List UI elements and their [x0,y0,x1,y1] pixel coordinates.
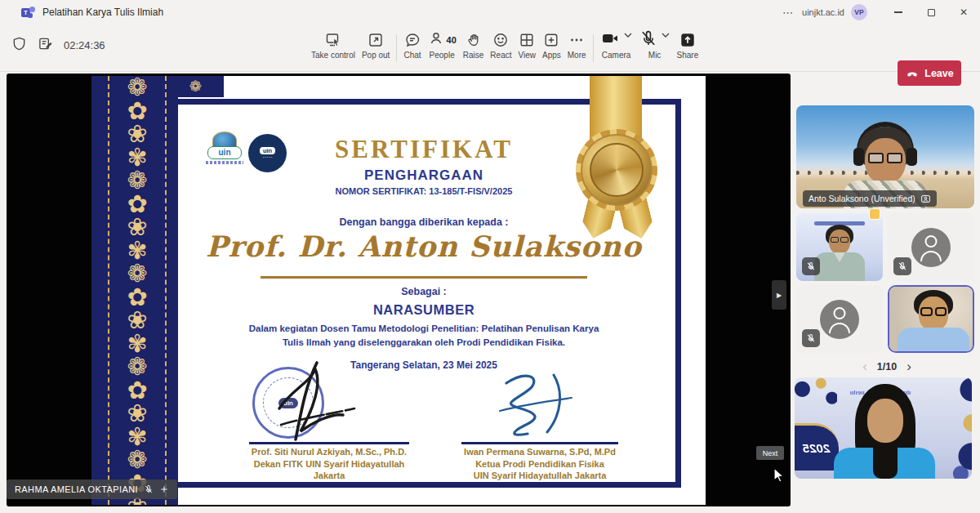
batik-ornament-column: ❁✿❀✾❁✿❀✾❁✿❀✾❁✿❀✾❁✿❀✾❁✿❀✾ [108,76,167,505]
participant-pagination: ‹ 1/10 › [846,358,928,376]
avatar-placeholder-icon [911,228,951,267]
certificate-slide: ❁✿❀✾❁✿❀✾❁✿❀✾❁✿❀✾❁✿❀✾❁✿❀✾ ❁ uin uin • • •… [91,76,706,505]
close-button[interactable]: ✕ [947,0,980,25]
raised-hand-badge [869,208,880,220]
certificate-description-line2: Tulis Ilmah yang diselenggarakan oleh Pr… [172,337,675,347]
participant-video-2[interactable] [796,213,883,281]
take-control-button[interactable]: Take control [311,29,355,60]
maximize-button[interactable] [915,0,947,25]
next-tooltip: Next [756,446,784,460]
pagination-label: 1/10 [877,361,897,372]
share-icon [679,31,697,49]
chat-icon [404,31,421,49]
apps-button[interactable]: Apps [542,29,561,60]
meeting-toolbar: 02:24:36 Take control Pop out Chat 40 Pe… [0,25,980,72]
share-button[interactable]: Share [677,29,699,60]
right-signatory: Iwan Permana Suwarna, S.Pd, M.Pd Ketua P… [438,446,642,482]
meeting-notes-icon[interactable] [38,36,53,55]
account-domain: uinjkt.ac.id [802,7,844,17]
signature-line-left [249,442,409,444]
chat-button[interactable]: Chat [403,29,421,60]
participant-avatar-4[interactable] [796,285,883,353]
right-signature [475,364,598,444]
participant-avatar-3[interactable] [888,213,974,281]
people-count-badge: 40 [447,35,457,45]
pop-out-icon [368,31,384,49]
maximize-icon [928,9,935,16]
signature-line-right [461,442,618,444]
gold-medal-icon [581,134,653,206]
participant-name-chip: Anto Sulaksono (Unverified) [803,190,937,207]
toolbar-divider [396,34,397,62]
certificate-description-line1: Dalam kegiatan Dosen Tamu Metodologi Pen… [172,323,675,333]
shield-icon [11,36,27,55]
spotlight-icon [920,194,931,204]
people-button[interactable]: 40 People [428,29,457,60]
mic-chevron-icon[interactable] [661,27,670,42]
camera-chevron-icon[interactable] [623,27,633,42]
as-label: Sebagai : [172,286,675,297]
left-signatory: Prof. Siti Nurul Azkiyah, M.Sc., Ph.D. D… [227,446,431,482]
user-avatar[interactable]: VP [851,4,867,20]
camera-icon [600,29,620,51]
react-button[interactable]: React [490,29,511,60]
pop-out-button[interactable]: Pop out [362,29,390,60]
view-button[interactable]: View [518,29,536,60]
meeting-title: Pelatihan Karya Tulis Ilmiah [42,7,163,18]
participant-video-active-speaker[interactable] [888,285,974,353]
self-video-tile[interactable]: ılım ılıığ ıνılıııλ ııeılıı 2025 [795,377,972,479]
glasses [831,237,849,243]
left-signature [263,358,369,446]
apps-icon [543,31,559,49]
recipient-role: NARASUMBER [172,302,675,318]
titlebar-more-menu[interactable]: ⋯ [774,7,802,19]
react-icon [492,31,509,49]
certificate-date: Tangerang Selatan, 23 Mei 2025 [172,359,675,371]
minimize-button[interactable] [882,0,915,25]
raise-hand-button[interactable]: Raise [463,29,484,60]
mic-muted-badge [802,329,820,347]
raise-hand-icon [466,31,482,49]
camera-button[interactable]: Camera [600,29,633,60]
people-icon [428,30,444,50]
mic-muted-icon [144,484,154,494]
mic-muted-badge [893,257,911,275]
mic-muted-icon [639,29,657,51]
participant-name: Anto Sulaksono (Unverified) [808,194,915,203]
teams-icon: T [21,6,35,20]
next-slide-button[interactable]: ▶ [772,280,786,310]
pagination-next-button[interactable]: › [906,359,911,374]
minimize-icon [894,11,902,12]
shared-screen-stage: ❁✿❀✾❁✿❀✾❁✿❀✾❁✿❀✾❁✿❀✾❁✿❀✾ ❁ uin uin • • •… [7,74,791,506]
hangup-icon [905,66,920,81]
batik-ornament-corner: ❁ [167,76,224,97]
pagination-prev-button[interactable]: ‹ [862,359,867,374]
toolbar-divider [593,34,594,62]
headphone-icon [906,148,917,166]
mouse-cursor [773,467,786,484]
headphone-icon [853,148,864,166]
virtual-background-decor [944,377,972,479]
mic-button[interactable]: Mic [639,29,670,60]
expand-icon[interactable] [159,484,169,494]
name-underline [261,276,587,279]
more-icon [568,31,585,49]
presenter-name: RAHMA AMELIA OKTAPIANI [15,484,138,494]
take-control-icon [325,31,341,49]
title-bar: T Pelatihan Karya Tulis Ilmiah ⋯ uinjkt.… [0,0,980,25]
glasses [868,153,902,163]
mic-muted-badge [802,257,820,275]
view-icon [519,31,535,49]
event-year-panel: 2025 [795,423,839,471]
more-button[interactable]: More [568,29,586,60]
leave-button[interactable]: Leave [898,60,961,86]
avatar-placeholder-icon [820,300,859,339]
meeting-timer: 02:24:36 [64,39,105,51]
glasses [920,307,947,316]
presenter-name-chip: RAHMA AMELIA OKTAPIANI [7,480,177,499]
